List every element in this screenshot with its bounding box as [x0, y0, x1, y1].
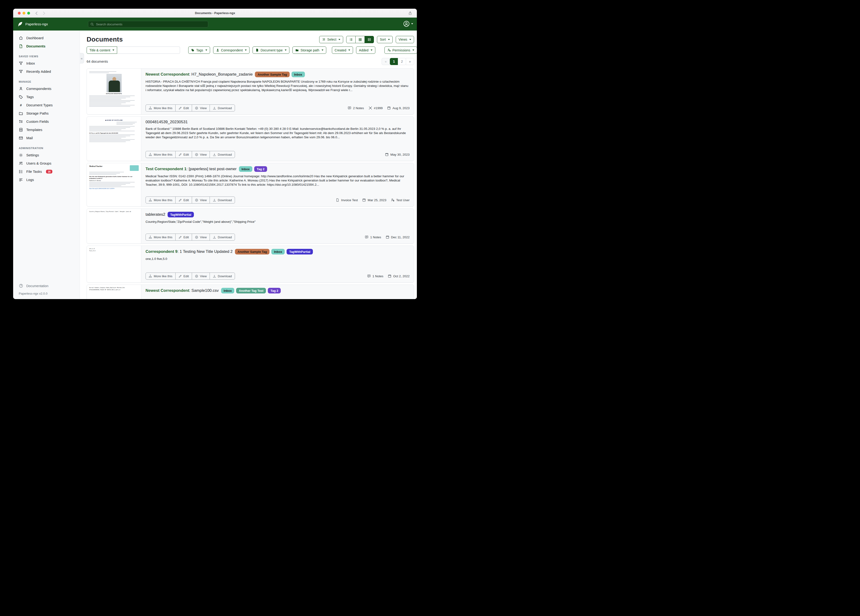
pagination-page-2-button[interactable]: 2: [398, 58, 406, 65]
document-card[interactable]: Serial Number,Company Name,Employee Mark…: [86, 284, 414, 299]
document-title[interactable]: Test Correspondent 1: [paperless] test p…: [146, 167, 237, 171]
document-title[interactable]: Correspondent 9: 1 Testing New Title Upd…: [146, 249, 232, 254]
title-content-dropdown[interactable]: Title & content: [86, 47, 117, 54]
sidebar-item-dashboard[interactable]: Dashboard: [13, 34, 80, 42]
document-correspondent-link[interactable]: Newest Correspondent: [146, 288, 189, 293]
share-icon[interactable]: [408, 11, 413, 16]
document-title[interactable]: 0004814539_20230531: [146, 120, 188, 124]
download-button[interactable]: Download: [210, 273, 235, 280]
sidebar-item-document-types[interactable]: # Document Types: [13, 101, 80, 109]
sidebar-item-storage-paths[interactable]: Storage Paths: [13, 109, 80, 117]
document-card[interactable]: NAPOLEON BONAPARTE Newest Correspondent:…: [86, 68, 414, 115]
sidebar-item-custom-fields[interactable]: Custom Fields: [13, 117, 80, 126]
document-card[interactable]: Medical TeacherHas the new Kirkpatrick g…: [86, 163, 414, 207]
close-window-button[interactable]: [18, 12, 20, 14]
view-mode-grid-button[interactable]: [355, 36, 365, 43]
edit-button[interactable]: Edit: [175, 104, 192, 112]
view-button[interactable]: View: [192, 104, 210, 112]
more-like-this-button[interactable]: More like this: [146, 104, 176, 112]
document-card[interactable]: one,1.0five,5.0 Correspondent 9: 1 Testi…: [86, 245, 414, 283]
view-button[interactable]: View: [192, 273, 210, 280]
tag-pill[interactable]: Tag 2: [268, 288, 281, 294]
more-like-this-button[interactable]: More like this: [146, 234, 176, 240]
browser-back-icon[interactable]: [34, 11, 39, 16]
sidebar-item-recently-added[interactable]: Recently Added: [13, 68, 80, 75]
edit-button[interactable]: Edit: [175, 234, 192, 240]
view-button[interactable]: View: [192, 196, 210, 204]
tag-pill[interactable]: Another Sample Tag: [255, 72, 289, 77]
tag-pill[interactable]: Inbox: [221, 288, 234, 294]
download-button[interactable]: Download: [210, 234, 235, 240]
app-brand[interactable]: Paperless-ngx: [17, 21, 48, 27]
browser-forward-icon[interactable]: [41, 11, 47, 16]
minimize-window-button[interactable]: [22, 12, 25, 14]
edit-button[interactable]: Edit: [175, 151, 192, 158]
sidebar-item-documentation[interactable]: Documentation: [13, 282, 80, 290]
tag-pill[interactable]: Inbox: [271, 249, 285, 255]
pagination-first-button[interactable]: «: [381, 58, 390, 65]
tag-pill[interactable]: TagWithPartial: [168, 212, 194, 217]
filter-correspondent-button[interactable]: Correspondent: [213, 47, 250, 54]
document-thumbnail[interactable]: Country,Region/State,"Zip/Postal Code","…: [87, 209, 141, 244]
sidebar-item-settings[interactable]: Settings: [13, 151, 80, 159]
sidebar-item-templates[interactable]: Templates: [13, 126, 80, 134]
document-thumbnail[interactable]: Medical TeacherHas the new Kirkpatrick g…: [87, 163, 141, 206]
filter-added-button[interactable]: Added: [356, 47, 375, 54]
tag-pill[interactable]: Inbox: [292, 72, 305, 77]
user-menu[interactable]: [403, 20, 413, 27]
tag-pill[interactable]: TagWithPartial: [287, 249, 313, 255]
more-like-this-button[interactable]: More like this: [146, 151, 176, 158]
document-title[interactable]: Newest Correspondent: Sample100.csv: [146, 288, 219, 293]
pagination-last-button[interactable]: »: [406, 58, 414, 65]
edit-button[interactable]: Edit: [175, 273, 192, 280]
download-button[interactable]: Download: [210, 196, 235, 204]
document-correspondent-link[interactable]: Newest Correspondent: [146, 72, 189, 77]
tag-pill[interactable]: Tag 2: [254, 166, 267, 172]
filter-permissions-button[interactable]: Permissions: [384, 47, 417, 54]
sidebar-item-logs[interactable]: Logs: [13, 176, 80, 184]
title-content-input[interactable]: [117, 47, 180, 54]
search-input[interactable]: [96, 22, 206, 26]
more-like-this-button[interactable]: More like this: [146, 196, 176, 204]
tag-pill[interactable]: Inbox: [239, 166, 252, 172]
document-title[interactable]: tablerates2: [146, 212, 165, 217]
tag-pill[interactable]: Another Tag Test: [236, 288, 266, 294]
views-button[interactable]: Views: [396, 36, 414, 43]
sidebar-item-documents[interactable]: Documents: [13, 42, 80, 50]
filter-tags-button[interactable]: Tags: [188, 47, 210, 54]
filter-created-button[interactable]: Created: [332, 47, 353, 54]
document-thumbnail[interactable]: NAPOLEON BONAPARTE: [87, 69, 141, 114]
document-card[interactable]: ◆ BANK OF SCOTLAND2,0 % p. a. auf Ihr Ta…: [86, 116, 414, 161]
more-like-this-button[interactable]: More like this: [146, 273, 176, 280]
download-button[interactable]: Download: [210, 104, 235, 112]
document-correspondent-link[interactable]: Test Correspondent 1: [146, 167, 186, 171]
sort-button[interactable]: Sort: [377, 36, 393, 43]
sidebar-item-inbox[interactable]: Inbox: [13, 59, 80, 68]
document-title[interactable]: Newest Correspondent: H7_Napoleon_Bonapa…: [146, 72, 253, 77]
document-card[interactable]: Country,Region/State,"Zip/Postal Code","…: [86, 209, 414, 244]
traffic-lights[interactable]: [18, 12, 30, 14]
view-mode-detail-button[interactable]: [364, 36, 374, 43]
document-thumbnail[interactable]: Serial Number,Company Name,Employee Mark…: [87, 285, 141, 299]
tag-pill[interactable]: Another Sample Tag: [235, 249, 270, 255]
document-thumbnail[interactable]: ◆ BANK OF SCOTLAND2,0 % p. a. auf Ihr Ta…: [87, 117, 141, 161]
edit-button[interactable]: Edit: [175, 196, 192, 204]
view-mode-table-button[interactable]: [346, 36, 356, 43]
view-button[interactable]: View: [192, 151, 210, 158]
sidebar-collapse-button[interactable]: «: [80, 53, 84, 63]
sidebar-item-file-tasks[interactable]: File Tasks 16: [13, 167, 80, 176]
filter-storage-path-button[interactable]: Storage path: [292, 47, 326, 54]
document-thumbnail[interactable]: one,1.0five,5.0: [87, 246, 141, 283]
view-button[interactable]: View: [192, 234, 210, 240]
select-button[interactable]: Select: [319, 36, 343, 43]
sidebar-item-tags[interactable]: Tags: [13, 93, 80, 101]
sidebar-item-mail[interactable]: Mail: [13, 134, 80, 142]
document-correspondent-link[interactable]: Correspondent 9: [146, 249, 177, 254]
sidebar-item-users-groups[interactable]: Users & Groups: [13, 159, 80, 167]
global-search[interactable]: [88, 21, 208, 27]
sidebar-item-correspondents[interactable]: Correspondents: [13, 85, 80, 93]
zoom-window-button[interactable]: [27, 12, 30, 14]
pagination-page-1-button[interactable]: 1: [390, 58, 398, 65]
download-button[interactable]: Download: [210, 151, 235, 158]
filter-document-type-button[interactable]: Document type: [253, 47, 289, 54]
